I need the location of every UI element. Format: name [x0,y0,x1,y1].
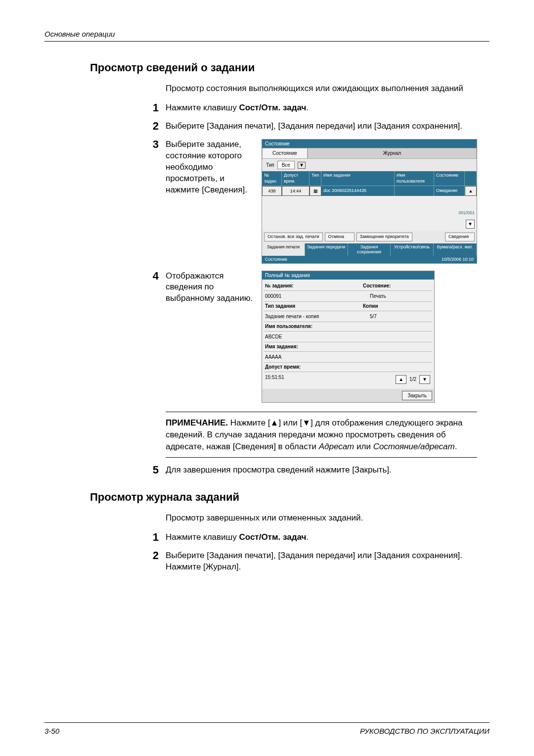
s2-user-label: Имя пользователя: [264,323,363,330]
s2-state-label: Состояние: [363,283,432,289]
s1-bottom-tab-print[interactable]: Задания печати [262,243,305,256]
s2-name-label: Имя задания: [264,343,363,350]
s2-time-value: 15:51:51 [264,373,363,386]
footer-page-number: 3-50 [44,727,59,735]
footer-manual-title: РУКОВОДСТВО ПО ЭКСПЛУАТАЦИИ [360,727,490,735]
s1-col-time: Допуст врем. [282,171,310,185]
s1-priority-button[interactable]: Замещение приоритета [356,233,412,241]
running-head: Основные операции [44,30,490,42]
note-block: ПРИМЕЧАНИЕ. Нажмите [▲] или [▼] для отоб… [166,412,477,458]
s2-type-label: Тип задания [264,303,363,310]
s1-details-button[interactable]: Сведения [445,233,475,241]
print-icon: ▦ [310,186,321,196]
s1-col-jobno: № задан. [262,171,282,185]
s1-foot-left: Состояние [265,256,287,262]
s1-tab-log[interactable]: Журнал [308,148,477,159]
step-num-3: 3 [44,139,166,150]
s1-pause-button[interactable]: Останов. все зад. печати [264,233,323,241]
s1-cancel-button[interactable]: Отмена [325,233,355,241]
step-num-1: 1 [44,102,166,113]
s1-filter-select[interactable]: Все [277,161,295,170]
s1-col-state: Состояние [434,171,465,185]
s2-copies-label: Копии [363,303,432,310]
s1-bottom-tab-send[interactable]: Задания передачи [305,243,348,256]
s2-user-value: ABCDE [264,332,363,341]
intro-1: Просмотр состояния выполняющихся или ожи… [166,83,477,94]
s2-time-label: Допуст время: [264,364,363,371]
s1-bottom-tab-paper[interactable]: Бумага/расх. мат. [434,243,477,256]
step-3-text: Выберите задание, состояние которого нео… [166,139,255,196]
step-1-text: Нажмите клавишу Сост/Отм. задач. [166,102,477,114]
step-num-2: 2 [44,121,166,132]
s2-jobno-value: 000091 [264,292,363,301]
intro-2: Просмотр завершенных или отмененных зада… [166,513,477,524]
close-button[interactable]: Закрыть [402,391,432,401]
s2-copies-value: 5/7 [363,312,432,321]
step-num-4: 4 [44,271,166,282]
step-4-text: Отображаются сведения по выбранному зада… [166,271,255,305]
s2-type-value: Задание печати - копия [264,312,363,321]
screenshot-1: Состояние Состояние Журнал Тип Все ▼ № з [262,139,477,264]
section-title-1: Просмотр сведений о задании [90,61,490,74]
page-next-icon[interactable]: ▼ [419,375,430,384]
sec2-step-1-text: Нажмите клавишу Сост/Отм. задач. [166,532,477,543]
s1-table-row[interactable]: 438 14:44 ▦ doc 20060225144435 Ожидание … [262,186,477,196]
s2-pager: 1/2 [409,376,416,383]
s1-col-name: Имя задания [321,171,395,185]
chevron-down-icon[interactable]: ▼ [298,162,306,169]
arrow-up-icon[interactable]: ▲ [465,186,477,196]
step-num-5: 5 [44,465,166,475]
section-title-2: Просмотр журнала заданий [90,491,490,504]
s1-foot-right: 10/5/2006 10:10 [442,256,474,262]
s2-jobno-label: № задания: [264,283,363,289]
s2-title: Полный № задания [262,271,434,280]
s1-col-user: Имя пользователя [395,171,434,185]
s1-bottom-tab-store[interactable]: Задания сохранения [348,243,391,256]
screenshot-2: Полный № задания № задания: Состояние: 0… [262,271,435,403]
s1-window-title: Состояние [262,140,477,148]
s1-counter: 001/001 [458,210,475,216]
sec2-step-num-1: 1 [44,532,166,543]
s2-state-value: Печать [363,292,432,301]
s1-tab-state[interactable]: Состояние [262,148,308,159]
s1-col-type: Тип [310,171,321,185]
s2-name-value: AAAAA [264,353,363,362]
s1-filter-type-label: Тип [266,162,274,169]
s1-bottom-tab-device[interactable]: Устройство/связь [391,243,434,256]
sec2-step-2-text: Выберите [Задания печати], [Задания пере… [166,550,477,573]
arrow-down-icon[interactable]: ▼ [466,220,475,229]
sec2-step-num-2: 2 [44,550,166,561]
step-5-text: Для завершения просмотра сведений нажмит… [166,465,477,476]
step-2-text: Выберите [Задания печати], [Задания пере… [166,121,477,132]
page-prev-icon[interactable]: ▲ [396,375,406,384]
